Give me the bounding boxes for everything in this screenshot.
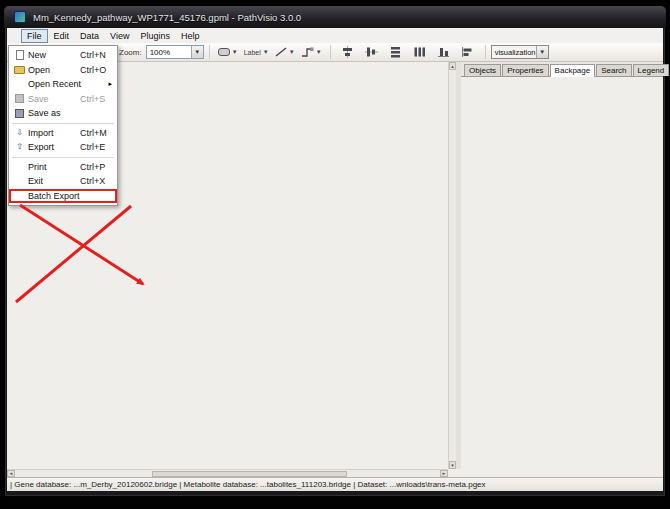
window-title: Mm_Kennedy_pathway_WP1771_45176.gpml - P…: [33, 12, 301, 23]
scroll-up-icon[interactable]: ▲: [449, 62, 456, 70]
scroll-left-icon[interactable]: ◄: [7, 470, 15, 477]
app-icon: [14, 11, 26, 23]
label-tool-text: Label: [244, 49, 261, 56]
align-center-button[interactable]: [339, 44, 357, 60]
tab-backpage[interactable]: Backpage: [550, 64, 596, 77]
new-file-icon: [11, 50, 28, 60]
label-tool-button[interactable]: Label▼: [244, 44, 269, 60]
align-middle-icon: [365, 46, 378, 58]
align-middle-button[interactable]: [363, 44, 381, 60]
menu-file[interactable]: File: [21, 29, 48, 43]
panel-splitter[interactable]: [456, 62, 461, 469]
stack-horizontal-icon: [413, 46, 426, 58]
title-bar[interactable]: Mm_Kennedy_pathway_WP1771_45176.gpml - P…: [4, 6, 666, 28]
import-icon: ⇩: [11, 129, 28, 137]
stack-vertical-icon: [389, 46, 402, 58]
menu-item-open-recent[interactable]: Open Recent ▸: [9, 77, 117, 92]
line-icon: [275, 47, 287, 57]
menu-view[interactable]: View: [105, 30, 134, 42]
datanode-template-button[interactable]: ▼: [218, 44, 238, 60]
tab-legend[interactable]: Legend: [633, 64, 670, 76]
zoom-value: 100%: [147, 48, 191, 57]
menu-help[interactable]: Help: [176, 30, 205, 42]
stack-horizontal-button[interactable]: [411, 44, 429, 60]
canvas-horizontal-scrollbar[interactable]: ◄ ►: [7, 469, 448, 477]
connector-icon: [301, 47, 314, 57]
align-bottom-button[interactable]: [435, 44, 453, 60]
stack-vertical-button[interactable]: [387, 44, 405, 60]
chevron-down-icon[interactable]: ▼: [191, 46, 203, 58]
align-left-button[interactable]: [459, 44, 477, 60]
align-left-icon: [461, 46, 474, 58]
scroll-down-icon[interactable]: ▼: [449, 461, 456, 469]
status-bar: | Gene database: ...m_Derby_20120602.bri…: [7, 477, 663, 491]
tab-objects[interactable]: Objects: [464, 64, 501, 76]
datanode-icon: [218, 48, 230, 56]
save-as-icon: [11, 109, 28, 118]
menu-bar: File Edit Data View Plugins Help: [7, 28, 663, 43]
menu-plugins[interactable]: Plugins: [135, 30, 175, 42]
menu-item-save: Save Ctrl+S: [9, 92, 117, 107]
tab-search[interactable]: Search: [596, 64, 631, 76]
visualization-value: visualization: [492, 48, 536, 57]
export-icon: ⇧: [11, 143, 28, 151]
submenu-arrow-icon: ▸: [108, 80, 112, 88]
canvas-vertical-scrollbar[interactable]: ▲ ▼: [448, 62, 456, 469]
menu-item-new[interactable]: New Ctrl+N: [9, 48, 117, 63]
line-tool-button[interactable]: ▼: [275, 44, 295, 60]
align-bottom-icon: [437, 46, 450, 58]
zoom-combobox[interactable]: 100% ▼: [146, 45, 204, 59]
scroll-right-icon[interactable]: ►: [440, 470, 448, 477]
menu-item-import[interactable]: ⇩ Import Ctrl+M: [9, 126, 117, 141]
menu-item-exit[interactable]: Exit Ctrl+X: [9, 174, 117, 189]
file-menu-popup: New Ctrl+N Open Ctrl+O Open Recent ▸ Sav…: [8, 45, 118, 206]
menu-edit[interactable]: Edit: [49, 30, 75, 42]
pathvisio-window: Mm_Kennedy_pathway_WP1771_45176.gpml - P…: [0, 0, 670, 509]
menu-item-export[interactable]: ⇧ Export Ctrl+E: [9, 140, 117, 155]
tab-properties[interactable]: Properties: [502, 64, 548, 76]
menu-item-save-as[interactable]: Save as: [9, 106, 117, 121]
chevron-down-icon[interactable]: ▼: [536, 46, 548, 58]
status-text: | Gene database: ...m_Derby_20120602.bri…: [10, 480, 486, 489]
menu-data[interactable]: Data: [75, 30, 104, 42]
menu-item-print[interactable]: Print Ctrl+P: [9, 160, 117, 175]
align-center-icon: [341, 46, 354, 58]
menu-item-open[interactable]: Open Ctrl+O: [9, 63, 117, 78]
menu-item-batch-export[interactable]: Batch Export: [9, 189, 117, 204]
visualization-combobox[interactable]: visualization ▼: [491, 45, 549, 59]
open-folder-icon: [11, 66, 28, 74]
connector-tool-button[interactable]: ▼: [301, 44, 322, 60]
side-panel-tabs: Objects Properties Backpage Search Legen…: [461, 62, 663, 77]
save-icon: [11, 94, 28, 103]
zoom-label: Zoom:: [119, 48, 142, 57]
